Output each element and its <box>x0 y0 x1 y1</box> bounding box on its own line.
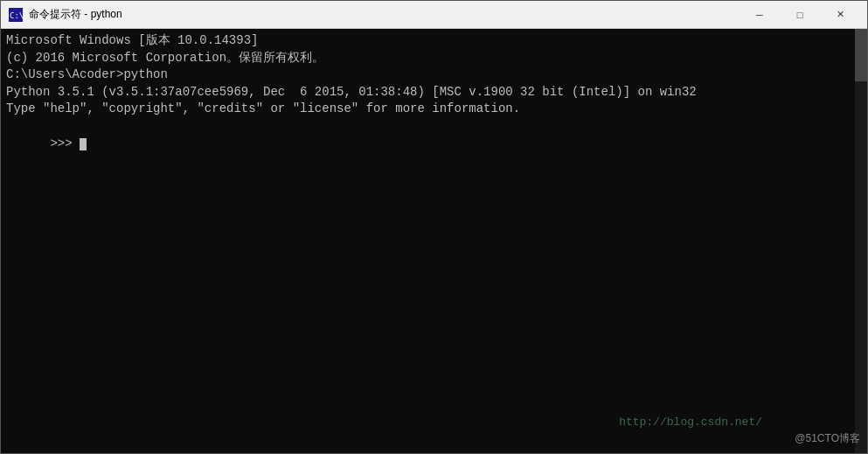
console-line-6: Type "help", "copyright", "credits" or "… <box>6 101 862 118</box>
console-line-4: C:\Users\Acoder>python <box>6 66 862 84</box>
maximize-button[interactable]: □ <box>780 1 820 29</box>
console-line-2: (c) 2016 Microsoft Corporation。保留所有权利。 <box>6 50 862 67</box>
console-line-5: Python 3.5.1 (v3.5.1:37a07cee5969, Dec 6… <box>6 84 862 101</box>
close-button[interactable]: ✕ <box>820 1 860 29</box>
corner-branding: @51CTO博客 <box>795 431 860 446</box>
scrollbar-thumb[interactable] <box>855 29 867 81</box>
console-line-1: Microsoft Windows [版本 10.0.14393] <box>6 32 862 50</box>
cursor-blink <box>80 138 87 150</box>
console-area[interactable]: Microsoft Windows [版本 10.0.14393] (c) 20… <box>1 29 867 453</box>
window-controls: ─ □ ✕ <box>740 1 860 29</box>
cmd-icon: C:\ <box>8 7 24 23</box>
svg-text:C:\: C:\ <box>10 11 23 20</box>
window-title: 命令提示符 - python <box>29 7 740 22</box>
cmd-window: C:\ 命令提示符 - python ─ □ ✕ Microsoft Windo… <box>0 0 868 454</box>
minimize-button[interactable]: ─ <box>740 1 780 29</box>
scrollbar[interactable] <box>855 29 867 453</box>
watermark-text: http://blog.csdn.net/ <box>619 416 762 429</box>
console-prompt: >>> <box>50 136 80 150</box>
titlebar: C:\ 命令提示符 - python ─ □ ✕ <box>1 1 867 29</box>
console-prompt-line: >>> <box>6 118 862 170</box>
